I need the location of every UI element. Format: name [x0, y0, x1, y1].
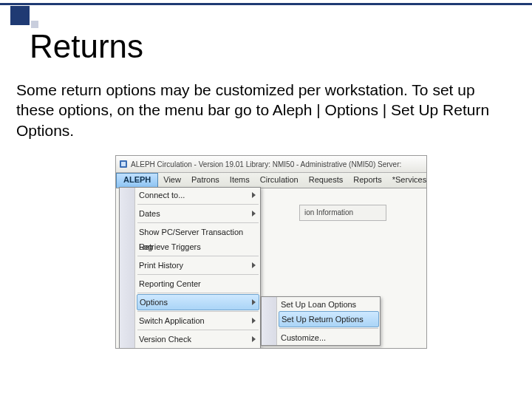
- menu-item-version-check[interactable]: Version Check: [120, 332, 260, 347]
- menu-services[interactable]: *Services: [387, 173, 427, 188]
- submenu-item-set-up-return-options[interactable]: Set Up Return Options: [279, 311, 379, 327]
- background-tab[interactable]: ion Information: [299, 205, 386, 221]
- slide-accent-square: [10, 6, 30, 25]
- menu-separator: [137, 222, 259, 223]
- menu-separator: [279, 328, 378, 329]
- menu-separator: [137, 311, 259, 312]
- slide-accent-line: [0, 3, 532, 5]
- svg-rect-1: [121, 162, 126, 166]
- app-icon: [119, 160, 128, 168]
- options-submenu: Set Up Loan OptionsSet Up Return Options…: [261, 296, 381, 346]
- menu-requests[interactable]: Requests: [304, 173, 348, 188]
- aleph-dropdown-menu: Connect to...DatesShow PC/Server Transac…: [119, 187, 261, 349]
- menu-separator: [137, 348, 259, 349]
- submenu-arrow-icon: [252, 211, 256, 216]
- slide-title: Returns: [30, 28, 143, 65]
- submenu-arrow-icon: [252, 318, 256, 324]
- menu-separator: [137, 204, 259, 205]
- submenu-arrow-icon: [252, 262, 256, 268]
- menu-reports[interactable]: Reports: [348, 173, 387, 188]
- window-title: ALEPH Circulation - Version 19.01 Librar…: [131, 160, 401, 168]
- menu-circulation[interactable]: Circulation: [255, 173, 304, 188]
- submenu-item-set-up-loan-options[interactable]: Set Up Loan Options: [262, 297, 380, 312]
- submenu-item-customize-[interactable]: Customize...: [262, 330, 380, 345]
- slide-body-text: Some return options may be customized pe…: [16, 80, 516, 140]
- menu-item-connect-to-[interactable]: Connect to...: [120, 188, 260, 202]
- menu-view[interactable]: View: [158, 173, 186, 188]
- submenu-arrow-icon: [252, 299, 256, 305]
- submenu-arrow-icon: [252, 336, 256, 342]
- menu-items[interactable]: Items: [225, 173, 255, 188]
- menu-aleph[interactable]: ALEPH: [116, 173, 158, 188]
- menu-separator: [137, 274, 259, 275]
- slide-accent-square-small: [31, 21, 38, 28]
- app-window: ALEPH Circulation - Version 19.01 Librar…: [115, 155, 427, 349]
- menu-patrons[interactable]: Patrons: [186, 173, 225, 188]
- menu-item-retrieve-triggers[interactable]: Retrieve Triggers: [120, 239, 260, 254]
- menu-item-dates[interactable]: Dates: [120, 206, 260, 221]
- menu-bar: ALEPHViewPatronsItemsCirculationRequests…: [116, 173, 426, 188]
- menu-item-print-history[interactable]: Print History: [120, 258, 260, 273]
- menu-item-options[interactable]: Options: [137, 294, 259, 310]
- menu-separator: [137, 330, 259, 330]
- menu-item-switch-application[interactable]: Switch Application: [120, 313, 260, 328]
- menu-item-show-pc-server-transaction-log[interactable]: Show PC/Server Transaction Log: [120, 225, 260, 239]
- menu-separator: [137, 293, 259, 293]
- submenu-arrow-icon: [252, 192, 256, 198]
- menu-separator: [137, 256, 259, 256]
- window-titlebar: ALEPH Circulation - Version 19.01 Librar…: [116, 156, 426, 173]
- menu-item-reporting-center[interactable]: Reporting Center: [120, 276, 260, 291]
- background-tab-label: ion Information: [304, 208, 353, 216]
